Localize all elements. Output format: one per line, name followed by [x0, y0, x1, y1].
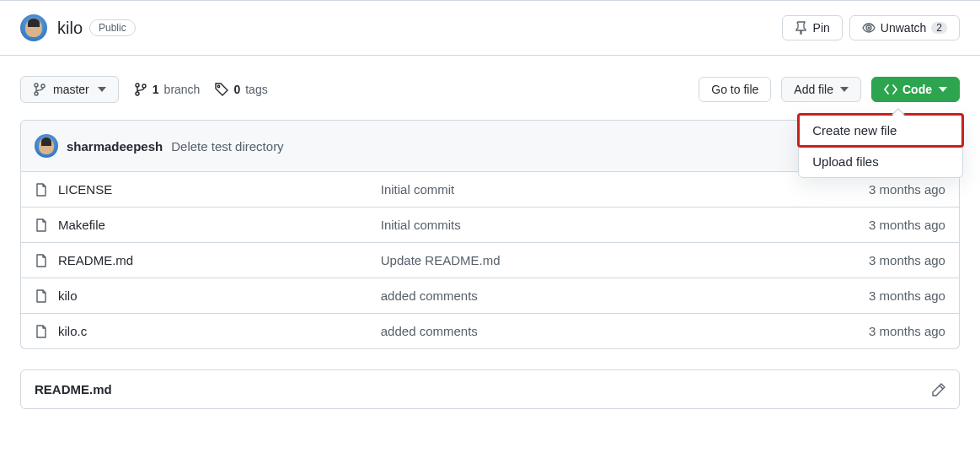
watch-count: 2 [931, 22, 947, 34]
caret-down-icon [98, 87, 106, 92]
caret-down-icon [840, 87, 849, 92]
file-icon [35, 289, 48, 303]
file-link[interactable]: kilo [58, 288, 78, 303]
menu-item-upload-files[interactable]: Upload files [799, 146, 962, 177]
file-name-cell: README.md [35, 253, 381, 267]
file-icon [35, 218, 48, 232]
file-time: 3 months ago [763, 253, 945, 267]
svg-point-4 [136, 84, 139, 87]
file-commit-msg: Initial commits [381, 218, 763, 232]
readme-box: README.md [20, 369, 960, 409]
git-branch-icon [134, 83, 147, 96]
file-row: MakefileInitial commits3 months ago [21, 207, 959, 242]
go-to-file-button[interactable]: Go to file [699, 77, 771, 102]
file-commit-msg: added comments [381, 324, 763, 338]
pin-icon [795, 21, 808, 35]
svg-point-2 [35, 92, 38, 95]
code-label: Code [902, 83, 932, 96]
tags-link[interactable]: 0 tags [215, 83, 267, 96]
svg-point-7 [218, 85, 220, 87]
file-row: kiloadded comments3 months ago [21, 278, 959, 313]
commit-message[interactable]: Delete test directory [171, 139, 283, 154]
nav-right: Go to file Add file Code Create new fil [699, 77, 960, 102]
branches-link[interactable]: 1 branch [134, 83, 201, 96]
commit-link[interactable]: Initial commit [381, 182, 455, 197]
file-link[interactable]: README.md [58, 253, 133, 267]
file-name-cell: kilo [35, 288, 381, 303]
file-link[interactable]: LICENSE [58, 182, 112, 197]
readme-filename[interactable]: README.md [35, 382, 112, 396]
code-button[interactable]: Code [871, 77, 960, 102]
caret-down-icon [939, 87, 947, 92]
file-link[interactable]: Makefile [58, 218, 105, 232]
svg-point-3 [41, 84, 45, 88]
commit-link[interactable]: Initial commits [381, 218, 461, 232]
pin-label: Pin [813, 21, 830, 35]
file-commit-msg: added comments [381, 288, 763, 303]
visibility-badge: Public [89, 19, 136, 36]
file-row: README.mdUpdate README.md3 months ago [21, 242, 959, 278]
svg-point-5 [136, 92, 139, 95]
file-icon [35, 254, 48, 267]
file-commit-msg: Update README.md [381, 253, 763, 267]
unwatch-label: Unwatch [881, 21, 926, 35]
code-icon [884, 83, 897, 96]
repo-name[interactable]: kilo [57, 19, 83, 38]
tags-count: 0 [233, 83, 240, 96]
repo-header: kilo Public Pin Unwatch 2 [0, 0, 980, 56]
file-link[interactable]: kilo.c [58, 324, 87, 338]
file-name-cell: LICENSE [35, 182, 381, 197]
svg-point-6 [142, 84, 146, 88]
branch-name: master [53, 83, 89, 96]
svg-point-0 [867, 27, 870, 30]
git-branch-icon [33, 83, 46, 96]
file-time: 3 months ago [763, 218, 945, 232]
file-icon [35, 183, 48, 197]
top-actions: Pin Unwatch 2 [782, 15, 960, 40]
tags-word: tags [245, 83, 267, 96]
file-time: 3 months ago [763, 324, 945, 338]
menu-item-create-new-file[interactable]: Create new file [799, 115, 962, 146]
file-name-cell: kilo.c [35, 324, 381, 338]
file-name-cell: Makefile [35, 218, 381, 232]
avatar[interactable] [20, 14, 47, 41]
branch-select[interactable]: master [20, 76, 119, 103]
eye-icon [862, 21, 876, 35]
pin-button[interactable]: Pin [782, 15, 843, 40]
branches-count: 1 [153, 83, 159, 96]
go-to-file-label: Go to file [711, 83, 758, 96]
repo-head: kilo Public [20, 14, 136, 41]
unwatch-button[interactable]: Unwatch 2 [849, 15, 960, 40]
file-time: 3 months ago [763, 182, 945, 197]
commit-author[interactable]: sharmadeepesh [67, 139, 163, 154]
commit-left: sharmadeepesh Delete test directory [35, 134, 284, 158]
branches-word: branch [164, 83, 201, 96]
nav-left: master 1 branch 0 tags [20, 76, 268, 103]
file-commit-msg: Initial commit [381, 182, 763, 197]
commit-link[interactable]: added comments [381, 288, 478, 303]
pencil-icon[interactable] [932, 383, 945, 396]
commit-link[interactable]: Update README.md [381, 253, 501, 267]
add-file-menu: Create new file Upload files [798, 114, 963, 178]
commit-link[interactable]: added comments [381, 324, 478, 338]
file-time: 3 months ago [763, 288, 945, 303]
file-nav: master 1 branch 0 tags [20, 56, 960, 103]
file-row: kilo.cadded comments3 months ago [21, 313, 959, 348]
tag-icon [215, 83, 228, 96]
add-file-button[interactable]: Add file [781, 77, 861, 102]
add-file-label: Add file [794, 83, 833, 96]
file-icon [35, 325, 48, 338]
svg-point-1 [35, 84, 38, 87]
avatar[interactable] [35, 134, 58, 158]
file-list: LICENSEInitial commit3 months agoMakefil… [20, 172, 960, 349]
